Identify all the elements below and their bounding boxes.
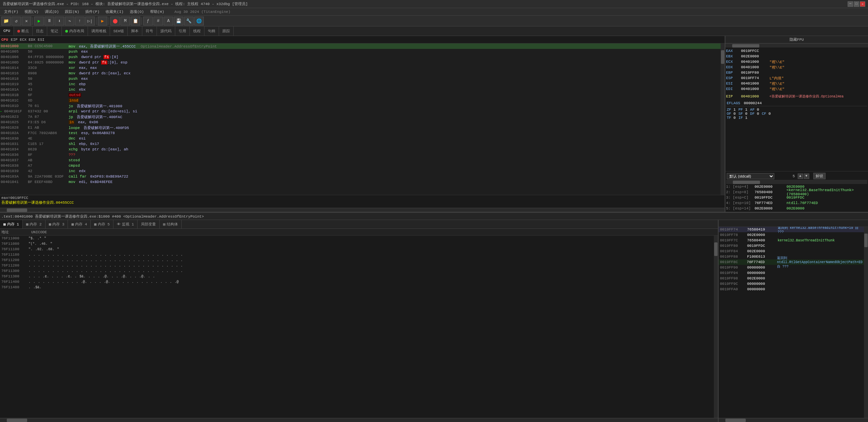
reg-row-esi[interactable]: ESI 00401000 "柑\\E"	[726, 81, 867, 86]
stack-hscroll[interactable]	[719, 418, 868, 422]
disasm-row-10[interactable]: 0040101C 6D insd	[0, 98, 721, 103]
mem-row-9[interactable]: 76F11480 . .$&.	[0, 285, 714, 290]
open-btn[interactable]: 📁	[1, 17, 11, 25]
disasm-scrollbar[interactable]	[721, 43, 725, 195]
reg-row-ebx[interactable]: EBX 002E0000	[726, 54, 867, 59]
stack-row-11[interactable]: 0019FFA0 00000000	[719, 287, 864, 292]
stack-row-9[interactable]: 0019FF98 002E0000	[719, 276, 864, 281]
disasm-row-1[interactable]: 00401005 50 push eax	[0, 49, 721, 54]
stack-row-4[interactable]: 0019FF84 002E0000	[719, 249, 864, 254]
run-to-btn[interactable]: ▶	[98, 17, 107, 25]
disasm-hscroll[interactable]	[0, 208, 725, 212]
call-type-select[interactable]: 默认 (stdcall)	[727, 173, 774, 179]
tab-handles[interactable]: 句柄	[204, 26, 219, 36]
comment-btn[interactable]: 🌐	[194, 17, 204, 25]
mem-tab-locals[interactable]: 局部变量	[138, 220, 160, 228]
step-out-btn[interactable]: ↑	[75, 17, 85, 25]
disasm-row-12[interactable]: → 0040101F 637432 00 arpl word ptr ds:[e…	[0, 109, 721, 114]
tab-breakpoints[interactable]: 断点	[14, 26, 33, 36]
log-btn[interactable]: 📋	[131, 17, 140, 25]
stack-row-8[interactable]: 0019FF94 00000000	[719, 270, 864, 276]
call-hscroll[interactable]	[726, 180, 867, 184]
tab-log[interactable]: 日志	[33, 26, 47, 36]
tab-cpu[interactable]: CPU	[0, 26, 14, 36]
disasm-row-18[interactable]: 00401031 C1E5 17 shl ebp, 0x17	[0, 141, 721, 147]
menu-trace[interactable]: 跟踪(N)	[62, 8, 82, 15]
stack-scrollbar[interactable]	[864, 227, 868, 418]
call-stack-row-5[interactable]: 5: [esp+14] 002E0000 002E0000	[726, 206, 867, 211]
close-proc-btn[interactable]: ✕	[22, 17, 31, 25]
tab-script[interactable]: 脚本	[128, 26, 142, 36]
mem-tab-3[interactable]: ▦ 内存 3	[46, 220, 68, 228]
reg-row-edi[interactable]: EDI 00401000 "柑\\E"	[726, 86, 867, 92]
disasm-row-17[interactable]: 00401030 4E dec esi	[0, 136, 721, 141]
tab-memory[interactable]: 内存布局	[62, 26, 88, 36]
call-stack-row-3[interactable]: 3: [esp+C] 0019FFDC 0019FFDC	[726, 195, 867, 200]
disasm-row-19[interactable]: 00401034 8620 xchg byte ptr ds:[eax], ah	[0, 147, 721, 152]
disasm-row-22[interactable]: 00401038 A7 cmpsd	[0, 163, 721, 168]
disasm-row-5[interactable]: 00401016 8908 mov dword ptr ds:[eax], ec…	[0, 71, 721, 76]
tab-source[interactable]: 源代码	[157, 26, 175, 36]
reg-hscroll[interactable]	[725, 43, 868, 48]
disasm-row-3[interactable]: 0040100D 64:8925 00000000 mov dword ptr …	[0, 60, 721, 65]
reg-row-ecx[interactable]: ECX 00401000 "柑\\E"	[726, 59, 867, 65]
disasm-row-8[interactable]: 0040101A 43 inc ebx	[0, 87, 721, 92]
mem-row-0[interactable]: 76F11000 "$. .* "	[0, 236, 714, 241]
mem-row-2[interactable]: 76F11100 ". .02. .68. "	[0, 246, 714, 252]
stack-row-2[interactable]: 0019FF7C 76580400 kernel32.BaseThreadIni…	[719, 238, 864, 243]
patch-btn[interactable]: 🔧	[184, 17, 194, 25]
disasm-row-14[interactable]: 00401025 F3:E5 D6 in eax, 0xD6	[0, 120, 721, 125]
disasm-row-4[interactable]: 00401014 33C0 xor eax, eax	[0, 65, 721, 71]
menu-options[interactable]: 选项(O)	[127, 8, 147, 15]
pause-btn[interactable]: ⏸	[44, 17, 54, 25]
tab-symbols[interactable]: 符号	[142, 26, 157, 36]
tab-refs[interactable]: 引用	[175, 26, 190, 36]
breakpoint-btn[interactable]: ⬤	[110, 17, 120, 25]
mem-tab-1[interactable]: ▦ 内存 1	[0, 220, 23, 228]
tab-seh[interactable]: SEH链	[110, 26, 128, 36]
menu-file[interactable]: 文件(F)	[1, 8, 21, 15]
menu-plugins[interactable]: 插件(P)	[83, 8, 102, 15]
mem-row-7[interactable]: 76F11380 . . . .¢. . . . .¢. . $&. . . .…	[0, 274, 714, 279]
call-stack-row-4[interactable]: 4: [esp+10] 76F774ED ntdll.76F774ED	[726, 200, 867, 206]
disasm-row-0[interactable]: 00401000 B8 CC5C4500 mov eax, 吾爱破解培训第一.4…	[0, 43, 721, 49]
reg-row-eax[interactable]: EAX 0019FFCC	[726, 48, 867, 54]
depth-down-btn[interactable]: ▼	[804, 173, 809, 179]
mem-row-5[interactable]: 76F11280 . . . . . . . . . . . . . . . .…	[0, 263, 714, 268]
disasm-row-2[interactable]: 00401006 64:FF35 00000000 push dword ptr…	[0, 54, 721, 60]
run-btn[interactable]: ▶	[34, 17, 44, 25]
mem-tab-watch[interactable]: 👁 监视 1	[113, 220, 138, 228]
disasm-row-6[interactable]: 00401018 50 push eax	[0, 76, 721, 81]
close-btn[interactable]: ✕	[860, 1, 865, 7]
disasm-row-11[interactable]: 0040101D 70 61 jo 吾爱破解培训第一.401080	[0, 103, 721, 109]
font-btn[interactable]: A	[164, 17, 173, 25]
menu-view[interactable]: 视图(V)	[22, 8, 41, 15]
stack-row-6[interactable]: 0019FF8C 76F774ED 返回到 ntdll.RtlGetAppCon…	[719, 259, 864, 265]
tab-notes[interactable]: 笔记	[47, 26, 62, 36]
unlock-btn[interactable]: 解锁	[813, 173, 826, 179]
reload-btn[interactable]: ↺	[12, 17, 21, 25]
disasm-row-24[interactable]: 0040103A 9A 22A799BE 03DF call far 0xDF0…	[0, 174, 721, 179]
disasm-row-13[interactable]: 00401023 7A 87 jp 吾爱破解培训第一.400FAC	[0, 114, 721, 120]
reg-row-ebp[interactable]: EBP 0019FF80	[726, 70, 867, 75]
menu-debug[interactable]: 调试(D)	[42, 8, 62, 15]
mem-row-8[interactable]: 76F11400 . . . . . . . . . . . .@. . . .…	[0, 279, 714, 285]
expr-btn[interactable]: ƒ	[143, 17, 153, 25]
disasm-row-16[interactable]: 0040102A F7CC 7892AB86 test esp, 0x86AB9…	[0, 130, 721, 136]
mem-tab-2[interactable]: ▦ 内存 2	[23, 220, 46, 228]
disasm-row-25[interactable]: 00401041 BF EEEF48BD mov edi, 0xBD48EFEE	[0, 179, 721, 185]
menu-favorites[interactable]: 收藏夹(I)	[103, 8, 126, 15]
mem-row-4[interactable]: 76F11200 . . . . . . . . . . . . . . . .…	[0, 257, 714, 263]
mem-tab-struct[interactable]: ▤ 结构体	[160, 220, 182, 228]
memory-hscroll[interactable]	[0, 418, 718, 422]
mem-tab-5[interactable]: ▦ 内存 5	[91, 220, 113, 228]
stack-row-3[interactable]: 0019FF80 0019FFDC	[719, 243, 864, 249]
depth-up-btn[interactable]: ▲	[798, 173, 803, 179]
disasm-row-7[interactable]: 00401019 45 inc ebp	[0, 81, 721, 87]
mem-row-3[interactable]: 76F11180 . . . . . . . . . . . . . . . .…	[0, 252, 714, 257]
tab-callstack[interactable]: 调用堆栈	[88, 26, 110, 36]
hex-btn[interactable]: #	[153, 17, 163, 25]
disasm-row-9[interactable]: 0040101B 6F outsd	[0, 92, 721, 98]
minimize-btn[interactable]: ─	[848, 1, 853, 7]
tab-threads[interactable]: 线程	[190, 26, 204, 36]
